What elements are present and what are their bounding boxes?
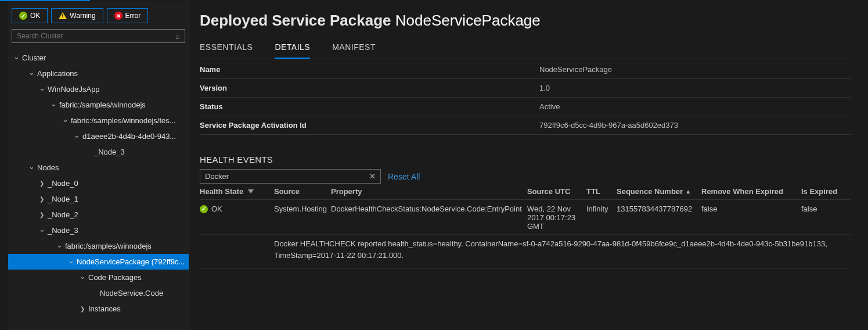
- health-events-title: HEALTH EVENTS: [200, 155, 851, 164]
- filter-warning-button[interactable]: Warning: [51, 8, 103, 23]
- prop-label: Status: [200, 102, 539, 111]
- tree-label: NodeServicePackage (792ff9c...: [77, 257, 185, 266]
- tabs: ESSENTIALS DETAILS MANIFEST: [200, 38, 851, 59]
- col-ttl[interactable]: TTL: [586, 187, 617, 196]
- chevron-down-icon: [50, 101, 57, 109]
- ok-icon: ✓: [200, 205, 208, 213]
- prop-activation-id: Service Package Activation Id 792ff9c6-d…: [200, 116, 851, 135]
- title-name: NodeServicePackage: [395, 12, 541, 29]
- sidebar: ✓ OK Warning ✕ Error ⌕ Cluster Applicati…: [8, 1, 189, 330]
- tree-label: Code Packages: [88, 273, 142, 282]
- tree-label: fabric:/samples/winnodejs: [59, 101, 146, 109]
- col-source-utc[interactable]: Source UTC: [527, 187, 586, 196]
- tree-label: WinNodeJsApp: [48, 85, 100, 94]
- property-cell: DockerHealthCheckStatus:NodeService.Code…: [331, 205, 527, 231]
- col-source[interactable]: Source: [274, 187, 331, 196]
- prop-value: 1.0: [539, 84, 550, 92]
- remove-when-cell: false: [701, 205, 801, 231]
- tab-essentials[interactable]: ESSENTIALS: [200, 38, 253, 59]
- tree-node-0[interactable]: _Node_0: [8, 175, 189, 191]
- col-is-expired[interactable]: Is Expired: [801, 187, 848, 196]
- chevron-down-icon: [38, 85, 45, 94]
- source-cell: System.Hosting: [274, 205, 331, 231]
- tab-details[interactable]: DETAILS: [275, 38, 310, 59]
- tree-label: Nodes: [37, 163, 59, 172]
- events-row[interactable]: ✓OK System.Hosting DockerHealthCheckStat…: [200, 200, 851, 235]
- filter-error-button[interactable]: ✕ Error: [107, 8, 149, 23]
- chevron-down-icon: [73, 132, 80, 141]
- health-events-filter-line: ✕ Reset All: [200, 169, 851, 184]
- filter-ok-button[interactable]: ✓ OK: [12, 8, 48, 23]
- tree-node-3[interactable]: _Node_3: [8, 223, 189, 238]
- is-expired-cell: false: [801, 205, 848, 231]
- tree-node-1[interactable]: _Node_1: [8, 191, 189, 207]
- search-cluster-input[interactable]: [17, 32, 175, 40]
- seq-cell: 131557834437787692: [617, 205, 701, 231]
- col-remove-when-expired[interactable]: Remove When Expired: [701, 187, 801, 196]
- tree-label: fabric:/samples/winnodejs: [65, 242, 152, 250]
- title-prefix: Deployed Service Package: [200, 12, 395, 29]
- ok-icon: ✓: [19, 12, 27, 20]
- prop-name: Name NodeServicePackage: [200, 60, 851, 79]
- tree-label: Cluster: [22, 53, 46, 62]
- prop-value: NodeServicePackage: [539, 65, 612, 74]
- prop-value: Active: [539, 102, 560, 111]
- prop-label: Service Package Activation Id: [200, 121, 539, 130]
- tree-app-winnode[interactable]: WinNodeJsApp: [8, 81, 189, 97]
- tree-nodeservice-code[interactable]: NodeService.Code: [8, 285, 189, 301]
- health-state-cell: ✓OK: [200, 205, 274, 213]
- event-message: Docker HEALTHCHECK reported health_statu…: [200, 235, 851, 268]
- tree-applications[interactable]: Applications: [8, 66, 189, 81]
- cluster-tree: Cluster Applications WinNodeJsApp fabric…: [8, 48, 189, 330]
- tree-label: d1aeee2b-4d4b-4de0-943...: [82, 132, 176, 141]
- tree-node-2[interactable]: _Node_2: [8, 207, 189, 223]
- prop-label: Version: [200, 84, 539, 92]
- tree-label: _Node_0: [48, 179, 78, 188]
- main-panel: Deployed Service Package NodeServicePack…: [189, 1, 868, 330]
- tree-cluster[interactable]: Cluster: [8, 50, 189, 66]
- col-sequence-number[interactable]: Sequence Number ▲: [617, 187, 701, 196]
- tree-label: Applications: [37, 69, 78, 78]
- page-title: Deployed Service Package NodeServicePack…: [200, 12, 851, 30]
- filter-ok-label: OK: [30, 12, 40, 20]
- col-health-state[interactable]: Health State: [200, 187, 274, 196]
- chevron-right-icon: [38, 211, 45, 218]
- source-utc-cell: Wed, 22 Nov 2017 00:17:23 GMT: [527, 205, 586, 231]
- chevron-right-icon: [38, 180, 45, 186]
- essentials-table: Name NodeServicePackage Version 1.0 Stat…: [200, 60, 851, 135]
- tree-nodes[interactable]: Nodes: [8, 160, 189, 175]
- tree-instances[interactable]: Instances: [8, 301, 189, 317]
- chevron-down-icon: [67, 257, 74, 266]
- tree-label: fabric:/samples/winnodejs/tes...: [71, 116, 176, 125]
- prop-value: 792ff9c6-d5cc-4d9b-967a-aa5d602ed373: [539, 121, 678, 130]
- chevron-down-icon: [62, 116, 69, 125]
- tab-manifest[interactable]: MANIFEST: [332, 38, 376, 59]
- clear-filter-icon[interactable]: ✕: [369, 172, 376, 181]
- reset-all-link[interactable]: Reset All: [388, 172, 420, 181]
- tree-label: _Node_2: [48, 210, 78, 219]
- tree-code-packages[interactable]: Code Packages: [8, 270, 189, 285]
- tree-fabric-winnode[interactable]: fabric:/samples/winnodejs: [8, 97, 189, 113]
- health-events-filter-box[interactable]: ✕: [200, 169, 381, 184]
- health-events-filter-input[interactable]: [205, 172, 369, 181]
- tree-node3-leaf[interactable]: _Node_3: [8, 144, 189, 160]
- prop-version: Version 1.0: [200, 79, 851, 98]
- chevron-right-icon: [38, 196, 45, 202]
- tree-node3-fabric[interactable]: fabric:/samples/winnodejs: [8, 238, 189, 254]
- health-events-table: Health State Source Property Source UTC …: [200, 187, 851, 268]
- filter-warning-label: Warning: [70, 12, 95, 20]
- tree-partition[interactable]: d1aeee2b-4d4b-4de0-943...: [8, 128, 189, 144]
- tree-label: _Node_3: [48, 226, 78, 235]
- warning-icon: [59, 12, 67, 19]
- tree-label: Instances: [88, 304, 121, 313]
- tree-label: _Node_3: [94, 148, 125, 156]
- sort-asc-icon: ▲: [685, 188, 691, 195]
- chevron-right-icon: [79, 306, 86, 312]
- search-cluster-wrap[interactable]: ⌕: [12, 29, 185, 43]
- col-property[interactable]: Property: [331, 187, 527, 196]
- tree-node-service-package[interactable]: NodeServicePackage (792ff9c...: [8, 254, 189, 270]
- tree-label: NodeService.Code: [100, 289, 163, 297]
- tree-fabric-winnode-tes[interactable]: fabric:/samples/winnodejs/tes...: [8, 113, 189, 128]
- cell-text: OK: [211, 205, 222, 213]
- error-icon: ✕: [114, 12, 123, 20]
